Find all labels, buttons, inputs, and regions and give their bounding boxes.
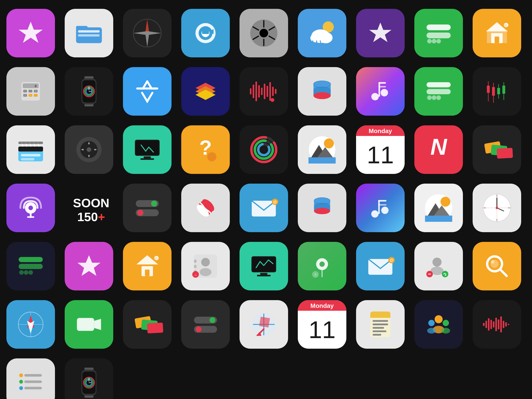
icon-clock[interactable]: [473, 184, 521, 232]
svg-rect-249: [373, 320, 388, 322]
svg-rect-248: [370, 315, 391, 318]
svg-line-27: [313, 41, 313, 44]
svg-rect-122: [136, 141, 159, 155]
calendar-month-2: Monday: [298, 300, 346, 311]
icon-database[interactable]: [298, 67, 346, 116]
svg-rect-89: [379, 82, 386, 84]
icon-sound-analyzer[interactable]: [240, 67, 288, 116]
icon-news[interactable]: N: [414, 125, 463, 174]
icon-aperture[interactable]: [240, 9, 288, 57]
svg-point-146: [28, 206, 33, 210]
icon-screencapture[interactable]: [181, 9, 230, 57]
icon-ipod[interactable]: [65, 125, 113, 174]
svg-point-172: [440, 197, 450, 207]
icon-carrot[interactable]: [6, 9, 55, 57]
svg-rect-169: [378, 200, 386, 202]
svg-rect-267: [500, 317, 502, 333]
icon-safari[interactable]: [6, 300, 55, 349]
icon-ticket-2[interactable]: [123, 300, 171, 349]
svg-rect-75: [267, 86, 268, 97]
icon-calendar[interactable]: Monday 11: [356, 125, 405, 174]
icon-scrobbles[interactable]: [6, 242, 55, 291]
svg-point-149: [151, 201, 157, 207]
icon-green-chat[interactable]: [414, 9, 463, 57]
svg-point-84: [313, 92, 331, 99]
icon-landscape[interactable]: [298, 125, 346, 174]
svg-rect-262: [488, 318, 489, 331]
icon-music-capo[interactable]: [356, 67, 405, 116]
svg-rect-31: [426, 25, 450, 30]
icon-medicine[interactable]: [181, 184, 230, 232]
icon-apple-watch-2[interactable]: [65, 358, 113, 399]
icon-file-browser[interactable]: [65, 9, 113, 57]
icon-resolution-2[interactable]: [240, 242, 288, 291]
svg-rect-113: [21, 158, 34, 160]
svg-rect-4: [78, 34, 100, 36]
svg-rect-92: [426, 89, 450, 94]
icon-maps[interactable]: ?: [298, 242, 346, 291]
icon-weather[interactable]: [298, 9, 346, 57]
icon-candle-chart[interactable]: [473, 67, 521, 116]
icon-podcast[interactable]: [6, 184, 55, 232]
icon-sound-2[interactable]: [473, 300, 521, 349]
svg-text:–: –: [195, 272, 197, 277]
icon-spotlight[interactable]: [473, 242, 521, 291]
svg-rect-111: [18, 142, 43, 144]
icon-toggles[interactable]: [123, 184, 171, 232]
svg-rect-71: [255, 82, 257, 101]
svg-marker-243: [259, 317, 270, 328]
icon-calculator[interactable]: 0 + - × ÷ =: [6, 67, 55, 116]
svg-marker-191: [77, 255, 101, 276]
svg-point-116: [87, 147, 91, 152]
svg-point-35: [437, 39, 441, 44]
icon-team[interactable]: [414, 300, 463, 349]
svg-rect-91: [426, 82, 450, 87]
svg-point-152: [138, 210, 143, 215]
svg-text:N: N: [430, 134, 447, 159]
icon-apple-watch[interactable]: [65, 67, 113, 116]
svg-rect-261: [485, 321, 487, 328]
icon-phone-contacts[interactable]: [414, 242, 463, 291]
svg-point-164: [314, 208, 330, 214]
icon-ticket[interactable]: [473, 125, 521, 174]
svg-rect-273: [24, 374, 42, 377]
svg-rect-269: [505, 322, 507, 327]
svg-rect-112: [21, 154, 41, 157]
icon-notes[interactable]: [356, 300, 405, 349]
icon-app-store[interactable]: [123, 67, 171, 116]
svg-rect-76: [269, 82, 271, 101]
icon-activity[interactable]: [240, 125, 288, 174]
icon-database-2[interactable]: [298, 184, 346, 232]
icon-help[interactable]: ?: [181, 125, 230, 174]
icon-calendar-2[interactable]: Monday 11: [298, 300, 346, 349]
icon-contacts[interactable]: –: [181, 242, 230, 291]
icon-layers[interactable]: [181, 67, 230, 116]
svg-text:+: +: [25, 90, 26, 92]
icon-facetime[interactable]: [65, 300, 113, 349]
icon-star-reeder[interactable]: [65, 242, 113, 291]
icon-toggles-2[interactable]: [181, 300, 230, 349]
svg-point-239: [196, 326, 202, 332]
icon-resolution[interactable]: [123, 125, 171, 174]
svg-point-94: [432, 95, 437, 100]
icon-maps-2[interactable]: [240, 300, 288, 349]
icon-list[interactable]: [6, 358, 55, 399]
svg-point-93: [427, 95, 432, 100]
svg-rect-265: [495, 317, 497, 331]
svg-text:?: ?: [315, 273, 316, 277]
icon-music-grad[interactable]: [356, 184, 405, 232]
icon-imovie[interactable]: [356, 9, 405, 57]
icon-clapper[interactable]: [6, 125, 55, 174]
icon-airmail[interactable]: @: [240, 184, 288, 232]
icon-airmail-2[interactable]: @: [356, 242, 405, 291]
svg-point-87: [380, 89, 388, 96]
icon-landscape-2[interactable]: [414, 184, 463, 232]
icon-home[interactable]: [473, 9, 521, 57]
svg-text:-: -: [30, 90, 31, 92]
svg-point-258: [427, 328, 436, 334]
svg-rect-142: [497, 148, 513, 159]
icon-home-2[interactable]: [123, 242, 171, 291]
icon-scrobbles-green[interactable]: [414, 67, 463, 116]
svg-point-254: [435, 315, 443, 323]
icon-compass[interactable]: [123, 9, 171, 57]
